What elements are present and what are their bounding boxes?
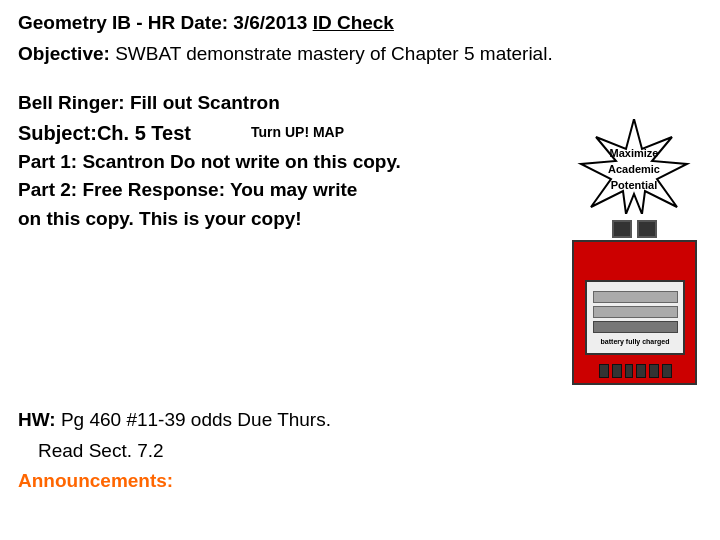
part1-line: Part 1: Scantron Do not write on this co… <box>18 148 557 177</box>
bell-ringer-text: Fill out Scantron <box>130 92 280 113</box>
left-block: Bell Ringer: Fill out Scantron Subject: … <box>18 89 557 233</box>
objective-line: Objective: SWBAT demonstrate mastery of … <box>18 41 702 68</box>
read-line: Read Sect. 7.2 <box>38 436 702 466</box>
hw-label: HW: <box>18 409 61 430</box>
svg-text:Academic: Academic <box>608 163 660 175</box>
hw-text: Pg 460 #11-39 odds Due Thurs. <box>61 409 331 430</box>
header-line: Geometry IB - HR Date: 3/6/2013 ID Check <box>18 10 702 37</box>
bell-ringer-label: Bell Ringer: <box>18 92 130 113</box>
subject-label: Subject: <box>18 118 97 148</box>
turn-up-map: Turn UP! MAP <box>251 122 344 143</box>
hw-line: HW: Pg 460 #11-39 odds Due Thurs. <box>18 405 702 435</box>
svg-text:Potential: Potential <box>611 179 657 191</box>
battery-map-image: battery fully charged <box>567 220 702 385</box>
right-area: Maximize Academic Potential battery full… <box>567 119 702 385</box>
starburst-container: Maximize Academic Potential <box>577 119 692 214</box>
bell-ringer-line: Bell Ringer: Fill out Scantron <box>18 89 557 118</box>
svg-text:Maximize: Maximize <box>610 147 659 159</box>
subject-text: Ch. 5 Test <box>97 118 191 148</box>
starburst-svg: Maximize Academic Potential <box>577 119 692 214</box>
subject-line: Subject: Ch. 5 Test Turn UP! MAP <box>18 118 557 148</box>
hw-section: HW: Pg 460 #11-39 odds Due Thurs. Read S… <box>18 405 702 496</box>
main-content: Geometry IB - HR Date: 3/6/2013 ID Check… <box>0 0 720 506</box>
objective-label: Objective: <box>18 43 115 64</box>
id-check: ID Check <box>313 12 394 33</box>
header-prefix: Geometry IB - HR Date: 3/6/2013 <box>18 12 313 33</box>
objective-text: SWBAT demonstrate mastery of Chapter 5 m… <box>115 43 553 64</box>
part2-line1: Part 2: Free Response: You may write <box>18 176 557 205</box>
announcements: Announcements: <box>18 466 702 496</box>
part2-line2: on this copy. This is your copy! <box>18 205 557 234</box>
